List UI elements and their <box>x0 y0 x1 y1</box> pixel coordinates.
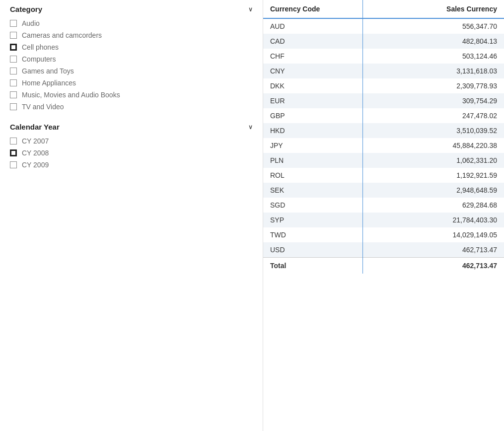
table-row[interactable]: PLN1,062,331.20 <box>263 153 504 168</box>
footer-label: Total <box>263 258 362 274</box>
cell-currency-code: SGD <box>263 198 362 213</box>
table-row[interactable]: USD462,713.47 <box>263 242 504 258</box>
filter-item-label: Audio <box>22 19 40 27</box>
table-row[interactable]: CHF503,124.46 <box>263 49 504 64</box>
currency-sales-table: Currency Code Sales Currency AUD556,347.… <box>263 0 504 274</box>
cell-currency-code: SYP <box>263 213 362 227</box>
category-filter-item[interactable]: Home Appliances <box>10 77 253 89</box>
table-row[interactable]: HKD3,510,039.52 <box>263 123 504 138</box>
category-filter-item[interactable]: TV and Video <box>10 101 253 113</box>
cell-currency-code: TWD <box>263 227 362 242</box>
checkbox-icon[interactable] <box>10 32 17 39</box>
cell-currency-code: ROL <box>263 168 362 183</box>
checkbox-icon[interactable] <box>10 56 17 63</box>
cell-currency-code: HKD <box>263 123 362 138</box>
cell-currency-code: PLN <box>263 153 362 168</box>
category-filter-items: AudioCameras and camcordersCell phonesCo… <box>10 17 253 113</box>
category-filter-item[interactable]: Audio <box>10 17 253 29</box>
calendar-year-filter-section: Calendar Year ∨ CY 2007CY 2008CY 2009 <box>10 123 253 171</box>
table-row[interactable]: CNY3,131,618.03 <box>263 64 504 78</box>
category-filter-item[interactable]: Cameras and camcorders <box>10 29 253 41</box>
checkbox-icon[interactable] <box>10 138 17 144</box>
checkbox-icon[interactable] <box>10 161 17 168</box>
cell-sales-currency: 1,192,921.59 <box>362 168 504 183</box>
cell-sales-currency: 2,309,778.93 <box>362 78 504 93</box>
cell-sales-currency: 503,124.46 <box>362 49 504 64</box>
checkbox-icon[interactable] <box>10 68 17 74</box>
table-footer: Total 462,713.47 <box>263 258 504 274</box>
table-footer-row: Total 462,713.47 <box>263 258 504 274</box>
table-row[interactable]: SGD629,284.68 <box>263 198 504 213</box>
table-body: AUD556,347.70CAD482,804.13CHF503,124.46C… <box>263 18 504 258</box>
cell-currency-code: USD <box>263 242 362 258</box>
filter-item-label: Cameras and camcorders <box>22 31 102 39</box>
cell-currency-code: CNY <box>263 64 362 78</box>
data-table-panel: Currency Code Sales Currency AUD556,347.… <box>263 0 504 431</box>
calendar-year-filter-label: Calendar Year <box>10 123 60 131</box>
calendar-year-filter-item[interactable]: CY 2007 <box>10 135 253 147</box>
cell-sales-currency: 309,754.29 <box>362 93 504 108</box>
cell-currency-code: EUR <box>263 93 362 108</box>
table-row[interactable]: JPY45,884,220.38 <box>263 138 504 153</box>
table-header-row: Currency Code Sales Currency <box>263 0 504 18</box>
calendar-year-chevron-icon[interactable]: ∨ <box>248 124 253 131</box>
calendar-year-filter-item[interactable]: CY 2009 <box>10 159 253 171</box>
footer-value: 462,713.47 <box>362 258 504 274</box>
category-filter-label: Category <box>10 5 42 13</box>
filter-item-label: Computers <box>22 55 56 63</box>
cell-currency-code: CAD <box>263 34 362 49</box>
calendar-year-filter-items: CY 2007CY 2008CY 2009 <box>10 135 253 171</box>
checkbox-icon[interactable] <box>10 149 17 156</box>
checkbox-icon[interactable] <box>10 20 17 27</box>
checkbox-icon[interactable] <box>10 79 17 86</box>
cell-sales-currency: 21,784,403.30 <box>362 213 504 227</box>
table-row[interactable]: ROL1,192,921.59 <box>263 168 504 183</box>
cell-sales-currency: 482,804.13 <box>362 34 504 49</box>
left-filter-panel: Category ∨ AudioCameras and camcordersCe… <box>0 0 263 431</box>
checkbox-icon[interactable] <box>10 44 17 51</box>
cell-currency-code: CHF <box>263 49 362 64</box>
table-row[interactable]: EUR309,754.29 <box>263 93 504 108</box>
cell-sales-currency: 462,713.47 <box>362 242 504 258</box>
category-filter-section: Category ∨ AudioCameras and camcordersCe… <box>10 5 253 113</box>
filter-item-label: Music, Movies and Audio Books <box>22 91 120 99</box>
category-filter-item[interactable]: Music, Movies and Audio Books <box>10 89 253 101</box>
checkbox-icon[interactable] <box>10 91 17 98</box>
calendar-year-filter-item[interactable]: CY 2008 <box>10 147 253 159</box>
cell-sales-currency: 556,347.70 <box>362 18 504 34</box>
cell-sales-currency: 3,510,039.52 <box>362 123 504 138</box>
filter-item-label: Cell phones <box>22 43 59 51</box>
filter-item-label: Home Appliances <box>22 79 76 87</box>
table-row[interactable]: DKK2,309,778.93 <box>263 78 504 93</box>
filter-item-label: TV and Video <box>22 103 64 111</box>
cell-currency-code: SEK <box>263 183 362 198</box>
category-filter-item[interactable]: Computers <box>10 53 253 65</box>
table-row[interactable]: SYP21,784,403.30 <box>263 213 504 227</box>
cell-currency-code: GBP <box>263 108 362 123</box>
cell-sales-currency: 14,029,149.05 <box>362 227 504 242</box>
category-chevron-icon[interactable]: ∨ <box>248 6 253 13</box>
cell-currency-code: JPY <box>263 138 362 153</box>
category-filter-header[interactable]: Category ∨ <box>10 5 253 13</box>
filter-item-label: CY 2007 <box>22 137 49 145</box>
category-filter-item[interactable]: Cell phones <box>10 41 253 53</box>
cell-currency-code: AUD <box>263 18 362 34</box>
cell-sales-currency: 2,948,648.59 <box>362 183 504 198</box>
table-row[interactable]: CAD482,804.13 <box>263 34 504 49</box>
filter-item-label: CY 2008 <box>22 149 49 157</box>
checkbox-icon[interactable] <box>10 103 17 110</box>
calendar-year-filter-header[interactable]: Calendar Year ∨ <box>10 123 253 131</box>
column-header-currency-code: Currency Code <box>263 0 362 18</box>
cell-sales-currency: 45,884,220.38 <box>362 138 504 153</box>
table-row[interactable]: GBP247,478.02 <box>263 108 504 123</box>
table-row[interactable]: AUD556,347.70 <box>263 18 504 34</box>
table-row[interactable]: TWD14,029,149.05 <box>263 227 504 242</box>
column-header-sales-currency: Sales Currency <box>362 0 504 18</box>
filter-item-label: Games and Toys <box>22 67 74 75</box>
table-row[interactable]: SEK2,948,648.59 <box>263 183 504 198</box>
cell-currency-code: DKK <box>263 78 362 93</box>
cell-sales-currency: 629,284.68 <box>362 198 504 213</box>
cell-sales-currency: 3,131,618.03 <box>362 64 504 78</box>
category-filter-item[interactable]: Games and Toys <box>10 65 253 77</box>
cell-sales-currency: 1,062,331.20 <box>362 153 504 168</box>
